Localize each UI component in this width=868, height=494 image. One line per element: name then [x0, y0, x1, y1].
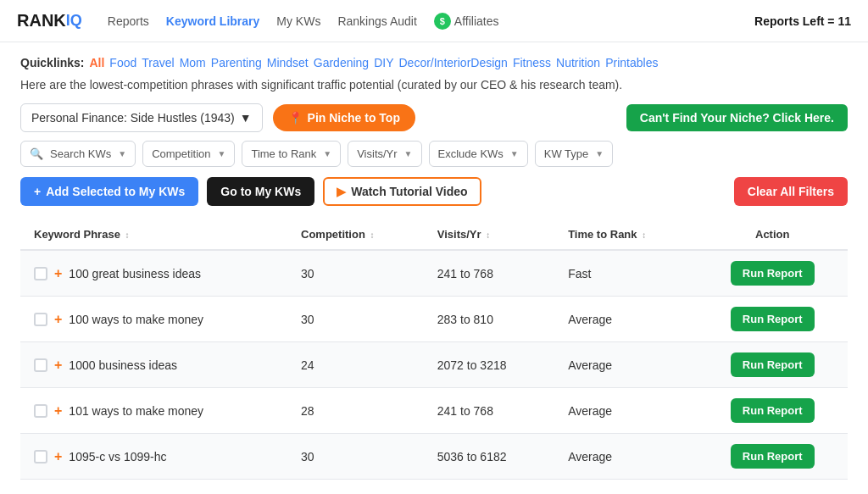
- kw-type-chevron-icon: ▼: [595, 149, 604, 158]
- run-report-button-4[interactable]: Run Report: [731, 444, 815, 469]
- add-kw-icon-3[interactable]: +: [54, 403, 62, 419]
- competition-cell-1: 30: [287, 297, 424, 342]
- time-to-rank-label: Time to Rank: [251, 147, 316, 160]
- time-rank-cell-3: Average: [554, 388, 697, 434]
- run-report-button-0[interactable]: Run Report: [731, 261, 815, 286]
- time-rank-cell-0: Fast: [554, 250, 697, 297]
- action-cell-3: Run Report: [697, 388, 848, 434]
- nav-affiliates[interactable]: $ Affiliates: [434, 13, 499, 30]
- cant-find-label: Can't Find Your Niche? Click Here.: [640, 111, 834, 125]
- row-checkbox-2[interactable]: [34, 358, 47, 372]
- niche-value: Personal Finance: Side Hustles (1943): [31, 111, 235, 125]
- nav-my-kws[interactable]: My KWs: [276, 14, 320, 28]
- keyword-cell-1: + 100 ways to make money: [20, 297, 287, 342]
- competition-sort-icon: ↕: [370, 230, 374, 240]
- table-row: + 100 ways to make money 30 283 to 810 A…: [20, 297, 848, 342]
- competition-cell-3: 28: [287, 388, 424, 434]
- quicklink-travel[interactable]: Travel: [142, 56, 174, 69]
- col-keyword-phrase[interactable]: Keyword Phrase ↕: [20, 219, 287, 250]
- run-report-button-1[interactable]: Run Report: [731, 307, 815, 331]
- time-rank-cell-1: Average: [554, 297, 697, 342]
- filter-row-1: Personal Finance: Side Hustles (1943) ▼ …: [20, 103, 848, 132]
- table-row: + 100 great business ideas 30 241 to 768…: [20, 250, 848, 297]
- nav-reports[interactable]: Reports: [108, 14, 149, 28]
- quicklink-diy[interactable]: DIY: [374, 56, 393, 69]
- add-kw-icon-4[interactable]: +: [54, 449, 62, 464]
- search-chevron-icon: ▼: [118, 149, 126, 158]
- time-to-rank-filter[interactable]: Time to Rank ▼: [242, 141, 341, 167]
- competition-filter[interactable]: Competition ▼: [142, 141, 235, 167]
- quicklink-nutrition[interactable]: Nutrition: [556, 56, 600, 69]
- quicklink-parenting[interactable]: Parenting: [211, 56, 262, 69]
- go-to-kw-label: Go to My KWs: [220, 185, 301, 198]
- time-sort-icon: ↕: [642, 230, 646, 240]
- action-cell-1: Run Report: [697, 297, 848, 342]
- reports-left: Reports Left = 11: [754, 14, 851, 28]
- watch-tutorial-button[interactable]: ▶ Watch Tutorial Video: [323, 177, 481, 206]
- exclude-kws-filter[interactable]: Exclude KWs ▼: [429, 141, 528, 167]
- kw-type-filter[interactable]: KW Type ▼: [535, 141, 613, 167]
- keyword-cell-4: + 1095-c vs 1099-hc: [20, 434, 287, 480]
- kw-text-1: 100 ways to make money: [69, 313, 203, 326]
- quicklink-printables[interactable]: Printables: [605, 56, 658, 69]
- table-row: + 1000 business ideas 24 2072 to 3218 Av…: [20, 342, 848, 388]
- logo-rank: RANK: [17, 11, 66, 31]
- quicklink-decor[interactable]: Decor/InteriorDesign: [399, 56, 508, 69]
- col-visits-yr[interactable]: Visits/Yr ↕: [424, 219, 554, 250]
- quicklinks-label: Quicklinks:: [20, 56, 84, 69]
- logo: RANKIQ: [17, 11, 82, 31]
- nav-keyword-library[interactable]: Keyword Library: [166, 14, 259, 28]
- quicklink-fitness[interactable]: Fitness: [513, 56, 551, 69]
- run-report-button-2[interactable]: Run Report: [731, 352, 815, 377]
- add-selected-label: Add Selected to My KWs: [46, 185, 185, 198]
- go-to-my-kws-button[interactable]: Go to My KWs: [207, 177, 314, 206]
- col-keyword-label: Keyword Phrase: [34, 228, 120, 241]
- add-selected-button[interactable]: + Add Selected to My KWs: [20, 177, 198, 206]
- row-checkbox-3[interactable]: [34, 404, 47, 418]
- time-rank-cell-2: Average: [554, 342, 697, 388]
- exclude-kws-label: Exclude KWs: [438, 147, 504, 160]
- search-kws-filter[interactable]: 🔍 Search KWs ▼: [20, 141, 136, 167]
- keyword-table-wrapper: Keyword Phrase ↕ Competition ↕ Visits/Yr…: [20, 219, 848, 480]
- competition-label: Competition: [152, 147, 210, 160]
- competition-cell-2: 24: [287, 342, 424, 388]
- subtitle: Here are the lowest-competition phrases …: [20, 78, 848, 92]
- kw-text-3: 101 ways to make money: [69, 404, 203, 418]
- pin-niche-button[interactable]: 📍 Pin Niche to Top: [273, 104, 415, 131]
- add-kw-icon-0[interactable]: +: [54, 266, 62, 281]
- kw-text-0: 100 great business ideas: [69, 267, 201, 280]
- cant-find-button[interactable]: Can't Find Your Niche? Click Here.: [626, 104, 848, 131]
- nav-rankings-audit[interactable]: Rankings Audit: [337, 14, 416, 28]
- table-row: + 101 ways to make money 28 241 to 768 A…: [20, 388, 848, 434]
- watch-tutorial-label: Watch Tutorial Video: [351, 185, 467, 198]
- add-kw-icon-1[interactable]: +: [54, 312, 62, 327]
- action-row: + Add Selected to My KWs Go to My KWs ▶ …: [20, 177, 848, 206]
- clear-all-filters-button[interactable]: Clear All Filters: [734, 177, 848, 206]
- quicklink-gardening[interactable]: Gardening: [314, 56, 369, 69]
- niche-dropdown[interactable]: Personal Finance: Side Hustles (1943) ▼: [20, 103, 263, 132]
- visits-chevron-icon: ▼: [404, 149, 413, 158]
- quicklink-mindset[interactable]: Mindset: [267, 56, 309, 69]
- col-competition[interactable]: Competition ↕: [287, 219, 424, 250]
- competition-cell-4: 30: [287, 434, 424, 480]
- row-checkbox-4[interactable]: [34, 450, 47, 463]
- row-checkbox-0[interactable]: [34, 267, 47, 280]
- kw-text-4: 1095-c vs 1099-hc: [69, 450, 166, 463]
- time-rank-cell-4: Average: [554, 434, 697, 480]
- quicklink-all[interactable]: All: [89, 56, 104, 69]
- quicklink-food[interactable]: Food: [109, 56, 136, 69]
- add-kw-icon-2[interactable]: +: [54, 358, 62, 373]
- logo-iq: IQ: [66, 12, 82, 30]
- col-time-to-rank[interactable]: Time to Rank ↕: [554, 219, 697, 250]
- pin-icon: 📍: [288, 111, 303, 125]
- visits-cell-1: 283 to 810: [424, 297, 554, 342]
- quicklink-mom[interactable]: Mom: [180, 56, 206, 69]
- action-cell-0: Run Report: [697, 250, 848, 297]
- visits-yr-filter[interactable]: Visits/Yr ▼: [348, 141, 421, 167]
- visits-cell-3: 241 to 768: [424, 388, 554, 434]
- action-cell-4: Run Report: [697, 434, 848, 480]
- table-header-row: Keyword Phrase ↕ Competition ↕ Visits/Yr…: [20, 219, 848, 250]
- niche-chevron-icon: ▼: [240, 111, 252, 125]
- row-checkbox-1[interactable]: [34, 313, 47, 326]
- run-report-button-3[interactable]: Run Report: [731, 398, 815, 423]
